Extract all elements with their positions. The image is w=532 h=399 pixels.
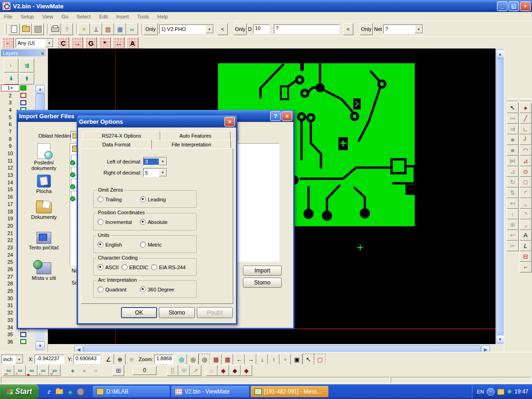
layer-off-bulb-icon[interactable]: ● xyxy=(79,365,90,376)
context-help-button[interactable]: ? xyxy=(61,23,73,35)
film-box-dialog-icon[interactable]: ▦ xyxy=(210,354,222,365)
film-colors-toggle-icon[interactable]: ▦ xyxy=(114,23,126,35)
draw-path-icon[interactable]: ┘ xyxy=(520,134,532,145)
aperture-flash-icon[interactable]: ☼ xyxy=(206,365,218,376)
view-sketch-mode-icon[interactable]: ∞•─ xyxy=(37,365,49,376)
chevron-down-icon[interactable]: ▼ xyxy=(159,157,167,165)
zoom-in-tool-icon[interactable]: ◎ xyxy=(175,354,187,365)
insert-dimension-icon[interactable]: ⊟ xyxy=(520,251,532,262)
menu-setup[interactable]: Setup xyxy=(17,14,38,19)
move-step-icon[interactable]: ↤ xyxy=(507,198,519,209)
pan-right-icon[interactable]: → xyxy=(245,354,256,365)
layer-color-swatch[interactable] xyxy=(20,100,26,105)
tab-auto-features[interactable]: Auto Features xyxy=(160,131,230,140)
flash-point-toggle-icon[interactable]: ☀ xyxy=(78,23,90,35)
cancel-button[interactable]: Storno xyxy=(243,278,282,288)
minimize-button[interactable]: _ xyxy=(497,1,508,11)
chevron-down-icon[interactable]: ▼ xyxy=(159,169,167,176)
fill-area-icon[interactable]: ■ xyxy=(507,134,519,145)
insert-text-icon[interactable]: A xyxy=(520,230,532,241)
radio-option-eia-rs-244[interactable]: EIA RS-244 xyxy=(151,264,185,270)
layer-ref-bulb-icon[interactable]: ○ xyxy=(90,365,102,376)
expand-film-icon[interactable]: ▣ xyxy=(291,354,302,365)
menu-edit[interactable]: Edit xyxy=(95,14,112,19)
rotate-icon[interactable]: ↻ xyxy=(507,177,519,187)
film-box-toggle-icon[interactable]: ▦ xyxy=(222,354,233,365)
zoom-value-input[interactable]: 1.8868 xyxy=(154,355,174,364)
mirror-icon[interactable]: ⋈ xyxy=(507,156,519,166)
ok-button[interactable]: OK xyxy=(121,307,157,318)
layer-color-swatch[interactable] xyxy=(20,85,26,91)
layer-move-down-button[interactable]: ⬇ xyxy=(4,73,18,85)
aperture-draw-icon[interactable]: ◆ xyxy=(218,365,229,376)
probe-tool-icon[interactable]: ⊕ xyxy=(126,354,137,365)
tab-data-format[interactable]: Data Format xyxy=(81,139,152,149)
right-of-decimal-combo[interactable]: 5 ▼ xyxy=(143,168,167,177)
start-button[interactable]: Start xyxy=(0,384,39,399)
layer-row[interactable]: 36 xyxy=(1,338,34,345)
pointer-tool-icon[interactable]: ↖ xyxy=(507,103,519,113)
cut-tool-icon[interactable]: ✂ xyxy=(507,241,519,251)
crosshair-tool-icon[interactable]: ⊕ xyxy=(114,354,126,365)
open-file-button[interactable] xyxy=(20,23,32,35)
select-region-icon[interactable]: ▢ xyxy=(314,354,326,365)
layer-color-swatch[interactable] xyxy=(20,332,26,337)
draw-circle-icon[interactable]: ⊙ xyxy=(520,166,532,177)
undo-transform-icon[interactable]: ↩ xyxy=(507,230,519,241)
draw-curve-icon[interactable]: ◟ xyxy=(520,198,532,209)
quick-launch-green-icon[interactable]: ◈ xyxy=(68,388,73,395)
draw-curve-2-icon[interactable]: ◞ xyxy=(520,219,532,230)
internet-explorer-icon[interactable]: e xyxy=(48,387,51,396)
import-button[interactable]: Import xyxy=(243,266,282,276)
clock[interactable]: 19:47 xyxy=(514,388,528,395)
zoom-grid-tool-icon[interactable]: ◎ xyxy=(187,354,199,365)
radio-option-trailing[interactable]: Trailing xyxy=(97,196,137,202)
help-icon[interactable]: ? xyxy=(270,111,281,121)
net-combo[interactable]: ? ▼ xyxy=(383,24,423,34)
angle-tool-icon[interactable]: ∠ xyxy=(103,354,114,365)
radio-option-english[interactable]: English xyxy=(97,242,137,248)
grid-value-button[interactable]: 0 xyxy=(133,366,157,375)
tools-panel-toggle-icon[interactable]: ⊥ xyxy=(90,23,102,35)
close-button[interactable]: × xyxy=(520,1,531,11)
goto-arrow-button[interactable]: → xyxy=(71,37,83,49)
radio-unselected-icon[interactable] xyxy=(97,219,103,225)
menu-help[interactable]: Help xyxy=(153,14,172,19)
transform-settings-icon[interactable]: ⊛ xyxy=(507,219,519,230)
scale-icon[interactable]: ⇅ xyxy=(507,187,519,198)
close-icon[interactable]: × xyxy=(224,117,235,127)
layer-color-swatch[interactable] xyxy=(20,339,26,344)
nudge-icon[interactable]: ↕ xyxy=(507,209,519,219)
grid-dots-icon[interactable]: ⣿ xyxy=(167,365,178,376)
relative-move-icon[interactable]: ↗ xyxy=(190,365,201,376)
draw-polyline-icon[interactable]: ∟ xyxy=(520,124,532,134)
close-icon[interactable]: × xyxy=(282,111,292,121)
radio-option-quadrant[interactable]: Quadrant xyxy=(97,286,137,292)
place-computer[interactable]: Tento počítač xyxy=(21,232,67,250)
chevron-down-icon[interactable]: ▼ xyxy=(415,25,423,33)
scroll-up-icon[interactable]: ▲ xyxy=(496,49,504,58)
goto-g-button[interactable]: G xyxy=(85,37,97,49)
layer-row[interactable]: 3 xyxy=(1,99,34,106)
radio-unselected-icon[interactable] xyxy=(97,286,103,292)
place-desktop[interactable]: Plocha xyxy=(21,175,67,194)
layer-combo[interactable]: 1) V2.PHO ▼ xyxy=(159,24,214,34)
only-layer-button[interactable]: Only xyxy=(143,23,158,35)
radio-unselected-icon[interactable] xyxy=(140,242,146,248)
menu-go[interactable]: Go xyxy=(57,14,73,19)
draw-corner-icon[interactable]: ⌐ xyxy=(520,262,532,272)
task-mlab[interactable]: D:\MLAB xyxy=(93,386,169,397)
radio-selected-icon[interactable] xyxy=(97,242,103,248)
radio-option-leading[interactable]: Leading xyxy=(140,196,166,202)
only-dcode-button[interactable]: Only xyxy=(234,23,247,35)
close-icon[interactable]: x xyxy=(42,50,44,56)
vscroll-thumb[interactable] xyxy=(496,59,504,334)
radio-unselected-icon[interactable] xyxy=(121,264,127,270)
dcode-query-input[interactable]: ? xyxy=(274,24,339,34)
only-net-button[interactable]: Only xyxy=(360,23,373,35)
scroll-down-icon[interactable]: ▼ xyxy=(36,341,45,350)
gerber-dialog-titlebar[interactable]: Gerber Options × xyxy=(77,115,237,127)
move-selection-icon[interactable]: ↦ xyxy=(507,113,519,124)
scroll-up-icon[interactable]: ▲ xyxy=(36,85,45,93)
radio-selected-icon[interactable] xyxy=(140,196,146,202)
